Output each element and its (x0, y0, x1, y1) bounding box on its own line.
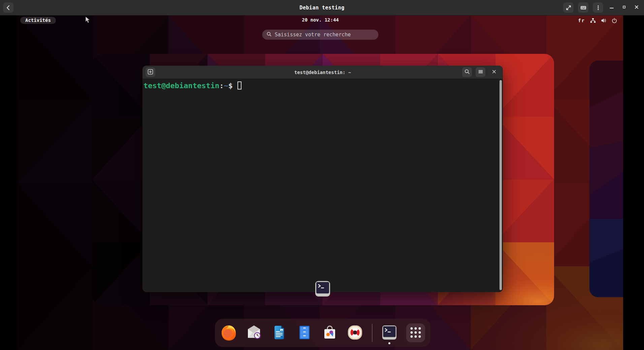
hamburger-menu-icon (478, 69, 483, 75)
dock-item-libreoffice-writer[interactable] (271, 324, 288, 341)
libreoffice-writer-icon (271, 324, 287, 342)
dash-dock (215, 319, 430, 347)
dock-item-firefox[interactable] (220, 324, 237, 341)
search-entry[interactable] (262, 30, 379, 40)
close-icon (634, 5, 639, 10)
terminal-header-buttons (462, 67, 499, 77)
terminal-window[interactable]: test@debiantestin: ~ (142, 66, 503, 292)
system-status-area[interactable]: fr (576, 15, 619, 26)
dock-item-software[interactable] (321, 324, 338, 341)
keyboard-icon (580, 4, 587, 11)
host-titlebar: Debian testing (0, 0, 644, 15)
host-window-title: Debian testing (299, 5, 344, 11)
maximize-button[interactable] (620, 2, 628, 13)
terminal-app-badge[interactable] (314, 280, 331, 298)
search-icon (464, 69, 470, 75)
vm-viewer-window: Debian testing (0, 0, 644, 350)
dock-item-terminal[interactable] (381, 324, 398, 341)
terminal-close-button[interactable] (489, 67, 499, 77)
minimize-button[interactable] (608, 2, 616, 13)
new-tab-icon (148, 69, 153, 76)
firefox-icon (221, 324, 237, 342)
show-apps-button[interactable] (406, 323, 425, 342)
guest-display-area: Activités 20 nov. 12:44 fr (0, 15, 644, 350)
dock-item-files[interactable] (296, 324, 313, 341)
prompt-separator: : (219, 81, 224, 90)
terminal-content[interactable]: test@debiantestin:~$ (142, 79, 503, 292)
prompt-path: ~ (224, 81, 228, 90)
terminal-cursor (237, 81, 242, 90)
running-indicator-dot (388, 342, 390, 344)
search-input[interactable] (275, 32, 369, 38)
files-icon (296, 324, 313, 342)
power-icon (612, 18, 617, 23)
keyboard-button[interactable] (578, 2, 588, 13)
terminal-app-icon (314, 293, 331, 299)
dock-separator (372, 324, 373, 342)
terminal-title: test@debiantestin: ~ (294, 70, 351, 75)
network-wired-icon (590, 18, 596, 23)
terminal-prompt: test@debiantestin:~$ (143, 81, 503, 91)
terminal-search-button[interactable] (462, 67, 472, 77)
chevron-left-icon (5, 5, 11, 11)
terminal-scrollbar[interactable] (500, 80, 502, 290)
evolution-mail-icon (246, 324, 262, 342)
clock[interactable]: 20 nov. 12:44 (302, 17, 339, 23)
dock-item-evolution-mail[interactable] (246, 324, 262, 341)
prompt-user-host: test@debiantestin (143, 81, 219, 90)
volume-icon (601, 18, 607, 23)
gnome-activities-overview: Activités 20 nov. 12:44 fr (18, 15, 623, 350)
close-button[interactable] (633, 2, 641, 13)
minimize-icon (609, 5, 614, 10)
close-icon (492, 69, 496, 75)
kebab-menu-icon (595, 5, 601, 11)
menu-button[interactable] (593, 2, 603, 13)
activities-button[interactable]: Activités (20, 17, 56, 24)
terminal-app-icon (381, 324, 397, 342)
gnome-top-bar: Activités 20 nov. 12:44 fr (18, 15, 623, 26)
software-store-icon (322, 324, 338, 342)
app-grid-icon (409, 326, 422, 340)
fullscreen-button[interactable] (563, 2, 574, 13)
prompt-symbol: $ (228, 81, 233, 90)
neighbor-workspace-preview[interactable] (589, 61, 623, 297)
back-button[interactable] (3, 2, 13, 13)
help-lifering-icon (347, 324, 363, 342)
terminal-menu-button[interactable] (476, 67, 485, 77)
maximize-icon (622, 5, 626, 10)
fullscreen-icon (566, 5, 572, 11)
search-icon (267, 32, 272, 38)
new-tab-button[interactable] (146, 67, 155, 77)
terminal-headerbar: test@debiantestin: ~ (142, 66, 503, 79)
host-controls (563, 2, 641, 13)
keyboard-layout-indicator: fr (578, 18, 585, 23)
dock-item-help[interactable] (347, 324, 363, 341)
